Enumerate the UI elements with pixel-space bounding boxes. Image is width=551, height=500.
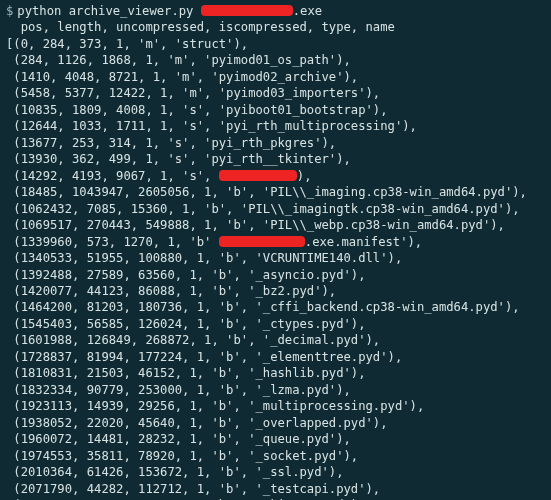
terminal-output: $python archive_viewer.py .exe pos, leng… [0, 0, 551, 500]
output-post: ), [297, 169, 312, 183]
redaction-mark [219, 236, 305, 247]
command-text-pre: python archive_viewer.py [17, 4, 200, 18]
output-line: (1832334, 90779, 253000, 1, 'b', '_lzma.… [6, 382, 545, 398]
output-line: (1810831, 21503, 46152, 1, 'b', '_hashli… [6, 365, 545, 381]
output-line: (1974553, 35811, 78920, 1, 'b', '_socket… [6, 448, 545, 464]
output-line: (5458, 5377, 12422, 1, 'm', 'pyimod03_im… [6, 85, 545, 101]
output-line: (1960072, 14481, 28232, 1, 'b', '_queue.… [6, 431, 545, 447]
output-pre: (1339960, 573, 1270, 1, 'b' [6, 235, 211, 249]
command-line: $python archive_viewer.py .exe [6, 3, 545, 19]
output-line-redacted-1: (14292, 4193, 9067, 1, 's', ), [6, 168, 545, 184]
output-line: (13677, 253, 314, 1, 's', 'pyi_rth_pkgre… [6, 135, 545, 151]
output-line: (1728837, 81994, 177224, 1, 'b', '_eleme… [6, 349, 545, 365]
output-line: (1545403, 56585, 126024, 1, 'b', '_ctype… [6, 316, 545, 332]
output-line: (1464200, 81203, 180736, 1, 'b', '_cffi_… [6, 299, 545, 315]
output-post: .exe.manifest'), [305, 235, 422, 249]
output-line: (1340533, 51955, 100880, 1, 'b', 'VCRUNT… [6, 250, 545, 266]
redaction-mark [201, 5, 293, 16]
output-line: (1923113, 14939, 29256, 1, 'b', '_multip… [6, 398, 545, 414]
output-line: (1410, 4048, 8721, 1, 'm', 'pyimod02_arc… [6, 69, 545, 85]
output-line: (1420077, 44123, 86088, 1, 'b', '_bz2.py… [6, 283, 545, 299]
output-line: (1069517, 270443, 549888, 1, 'b', 'PIL\\… [6, 217, 545, 233]
output-line: (13930, 362, 499, 1, 's', 'pyi_rth__tkin… [6, 151, 545, 167]
redaction-mark [219, 170, 297, 181]
output-line: (2010364, 61426, 153672, 1, 'b', '_ssl.p… [6, 464, 545, 480]
output-line: (1062432, 7085, 15360, 1, 'b', 'PIL\\_im… [6, 201, 545, 217]
output-line: (12644, 1033, 1711, 1, 's', 'pyi_rth_mul… [6, 118, 545, 134]
column-header: pos, length, uncompressed, iscompressed,… [6, 19, 545, 35]
output-line: (2071790, 44282, 112712, 1, 'b', '_testc… [6, 481, 545, 497]
output-line: (1392488, 27589, 63560, 1, 'b', '_asynci… [6, 267, 545, 283]
output-pre: (14292, 4193, 9067, 1, 's', [6, 169, 211, 183]
output-line: (1601988, 126849, 268872, 1, 'b', '_deci… [6, 332, 545, 348]
output-line: (18485, 1043947, 2605056, 1, 'b', 'PIL\\… [6, 184, 545, 200]
output-line-redacted-2: (1339960, 573, 1270, 1, 'b' .exe.manifes… [6, 234, 545, 250]
output-line: (1938052, 22020, 45640, 1, 'b', '_overla… [6, 415, 545, 431]
prompt-symbol: $ [6, 4, 13, 18]
command-text-post: .exe [293, 4, 322, 18]
output-line: (284, 1126, 1868, 1, 'm', 'pyimod01_os_p… [6, 52, 545, 68]
output-line: [(0, 284, 373, 1, 'm', 'struct'), [6, 36, 545, 52]
output-line: (10835, 1809, 4008, 1, 's', 'pyiboot01_b… [6, 102, 545, 118]
